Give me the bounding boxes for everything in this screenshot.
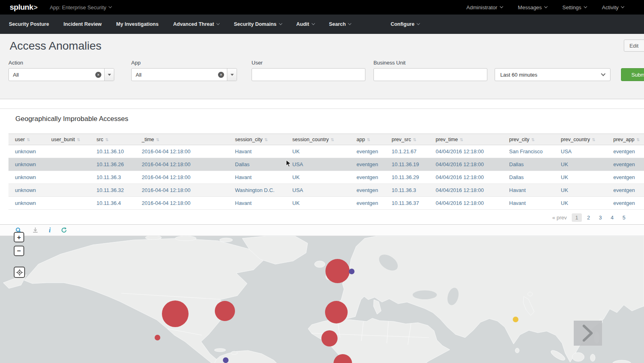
action-dropdown[interactable]: All × (8, 68, 114, 81)
page-button-1[interactable]: 1 (572, 213, 582, 222)
table-cell[interactable]: eventgen (607, 171, 644, 184)
page-button-5[interactable]: 5 (619, 213, 629, 222)
table-cell[interactable]: eventgen (350, 171, 385, 184)
table-cell[interactable]: 10.11.36.4 (90, 197, 135, 210)
nav-item-incident-review[interactable]: Incident Review (56, 15, 109, 34)
table-cell[interactable]: Havant (229, 145, 286, 158)
nav-item-advanced-threat[interactable]: Advanced Threat (166, 15, 227, 34)
column-header-session-country[interactable]: session_country⇅ (286, 134, 350, 145)
user-input[interactable] (252, 68, 365, 81)
table-cell[interactable]: unknown (8, 197, 45, 210)
table-cell[interactable]: UK (286, 145, 350, 158)
nav-item-security-domains[interactable]: Security Domains (227, 15, 289, 34)
map-bubble[interactable] (162, 300, 189, 327)
table-cell[interactable]: 2016-04-04 12:18:00 (135, 197, 229, 210)
table-cell[interactable]: unknown (8, 171, 45, 184)
refresh-icon[interactable] (61, 226, 67, 234)
map-bubble[interactable] (321, 330, 338, 346)
info-icon[interactable]: i (49, 226, 50, 234)
dropdown-caret-button[interactable] (227, 69, 237, 81)
table-cell[interactable]: eventgen (350, 197, 385, 210)
map-bubble[interactable] (155, 335, 160, 340)
table-cell[interactable]: USA (286, 184, 350, 197)
locate-button[interactable] (14, 267, 25, 278)
table-cell[interactable]: 2016-04-04 12:18:00 (135, 145, 229, 158)
column-header-prev-src[interactable]: prev_src⇅ (385, 134, 429, 145)
table-cell[interactable]: USA (554, 145, 607, 158)
clear-icon[interactable]: × (95, 72, 101, 78)
dropdown-caret-button[interactable] (104, 69, 114, 81)
table-cell[interactable]: 10.11.36.26 (90, 158, 135, 171)
world-map[interactable] (0, 236, 644, 363)
table-cell[interactable]: UK (554, 184, 607, 197)
table-cell[interactable]: UK (554, 171, 607, 184)
prev-page-button[interactable]: « prev (552, 215, 567, 221)
table-cell[interactable]: 10.11.36.37 (385, 197, 429, 210)
table-cell[interactable]: 10.11.36.10 (90, 145, 135, 158)
table-cell[interactable]: 10.1.21.67 (385, 145, 429, 158)
nav-item-search[interactable]: Search (322, 15, 359, 34)
table-cell[interactable]: Havant (229, 197, 286, 210)
time-range-picker[interactable]: Last 60 minutes (495, 68, 610, 81)
map-bubble[interactable] (215, 301, 235, 321)
table-cell[interactable]: eventgen (607, 184, 644, 197)
column-header-user[interactable]: user⇅ (8, 134, 45, 145)
nav-item-my-investigations[interactable]: My Investigations (109, 15, 166, 34)
app-dropdown[interactable]: All × (131, 68, 237, 81)
table-cell[interactable]: UK (286, 197, 350, 210)
table-cell[interactable]: unknown (8, 158, 45, 171)
business-unit-input[interactable] (373, 68, 487, 81)
table-cell[interactable]: Havant (229, 171, 286, 184)
table-cell[interactable]: unknown (8, 145, 45, 158)
nav-item-audit[interactable]: Audit (289, 15, 322, 34)
zoom-out-button[interactable]: − (14, 246, 24, 256)
column-header-prev-app[interactable]: prev_app⇅ (607, 134, 644, 145)
column-header-prev-country[interactable]: prev_country⇅ (554, 134, 607, 145)
table-cell[interactable]: Washington D.C. (229, 184, 286, 197)
table-cell[interactable]: 04/04/2016 12:18:00 (429, 171, 503, 184)
table-cell[interactable]: 10.11.36.3 (90, 171, 135, 184)
table-cell[interactable]: Havant (503, 184, 554, 197)
table-cell[interactable]: Dallas (229, 158, 286, 171)
column-header-prev-city[interactable]: prev_city⇅ (503, 134, 554, 145)
table-cell[interactable]: 04/04/2016 12:18:00 (429, 145, 503, 158)
table-cell[interactable]: UK (554, 197, 607, 210)
topbar-menu-messages[interactable]: Messages (518, 4, 547, 10)
table-cell[interactable]: eventgen (350, 184, 385, 197)
table-cell[interactable]: UK (286, 171, 350, 184)
table-cell[interactable]: eventgen (350, 158, 385, 171)
table-cell[interactable]: 04/04/2016 12:18:00 (429, 158, 503, 171)
table-cell[interactable]: 10.11.36.19 (385, 158, 429, 171)
topbar-menu-settings[interactable]: Settings (562, 4, 587, 10)
column-header-prev-time[interactable]: prev_time⇅ (429, 134, 503, 145)
edit-button[interactable]: Edit (624, 40, 644, 52)
table-cell[interactable]: 10.11.36.3 (385, 184, 429, 197)
column-header-user-bunit[interactable]: user_bunit⇅ (45, 134, 90, 145)
table-cell[interactable]: 10.11.36.32 (90, 184, 135, 197)
splunk-logo[interactable]: splunk > (10, 3, 38, 12)
table-cell[interactable]: eventgen (607, 197, 644, 210)
table-cell[interactable]: Havant (503, 197, 554, 210)
table-cell[interactable]: eventgen (607, 145, 644, 158)
topbar-menu-administrator[interactable]: Administrator (466, 4, 503, 10)
column-header-time[interactable]: _time⇅ (135, 134, 229, 145)
table-cell[interactable]: USA (286, 158, 350, 171)
table-cell[interactable]: unknown (8, 184, 45, 197)
map-bubble[interactable] (325, 301, 348, 323)
map-bubble[interactable] (325, 259, 350, 283)
table-cell[interactable]: 04/04/2016 12:18:00 (429, 184, 503, 197)
table-cell[interactable]: eventgen (350, 145, 385, 158)
page-button-3[interactable]: 3 (595, 213, 605, 222)
app-context-menu[interactable]: App: Enterprise Security (50, 4, 111, 10)
table-cell[interactable]: 2016-04-04 12:18:00 (135, 184, 229, 197)
nav-item-configure[interactable]: Configure (383, 15, 427, 34)
column-header-src[interactable]: src⇅ (90, 134, 135, 145)
table-cell[interactable]: eventgen (607, 158, 644, 171)
topbar-menu-activity[interactable]: Activity (602, 4, 624, 10)
map-next-button[interactable] (574, 321, 602, 346)
table-cell[interactable]: 2016-04-04 12:18:00 (135, 171, 229, 184)
map-bubble[interactable] (513, 317, 518, 322)
zoom-in-button[interactable]: + (14, 232, 24, 242)
download-icon[interactable] (32, 226, 38, 234)
map-bubble[interactable] (223, 357, 229, 363)
